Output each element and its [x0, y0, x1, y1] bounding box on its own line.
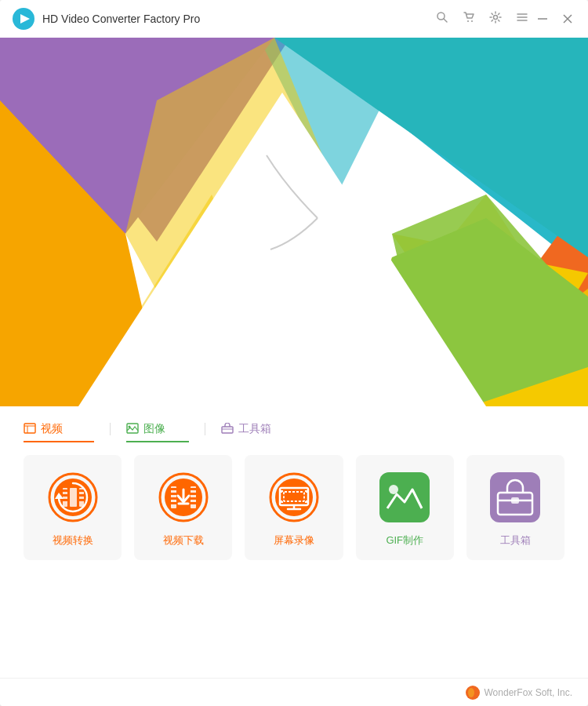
tool-toolbox-label: 工具箱	[500, 533, 531, 548]
app-window: HD Video Converter Factory Pro	[0, 0, 588, 706]
tools-grid: 视频转换	[24, 455, 564, 560]
window-controls	[535, 11, 575, 27]
svg-point-4	[467, 20, 469, 22]
video-tab-icon	[24, 423, 36, 436]
tool-video-download-label: 视频下载	[163, 533, 204, 548]
tool-gif-make-label: GIF制作	[386, 533, 423, 548]
tool-video-download[interactable]: 视频下载	[134, 455, 232, 560]
tab-video-label: 视频	[41, 422, 63, 436]
app-logo	[13, 8, 34, 30]
cart-icon[interactable]	[463, 11, 475, 27]
svg-point-6	[494, 16, 498, 20]
toolbox-icon	[490, 472, 540, 522]
tab-image-label: 图像	[143, 422, 165, 436]
svg-rect-63	[171, 497, 176, 500]
app-title: HD Video Converter Factory Pro	[42, 13, 436, 25]
svg-rect-48	[70, 488, 77, 507]
svg-rect-38	[24, 424, 35, 433]
svg-rect-62	[171, 493, 176, 495]
tool-video-convert-label: 视频转换	[53, 533, 93, 548]
svg-rect-65	[191, 488, 196, 490]
toolbar-icons	[436, 11, 528, 27]
svg-rect-64	[171, 502, 176, 504]
tool-screen-record[interactable]: 屏幕录像	[245, 455, 343, 560]
svg-rect-66	[191, 493, 196, 495]
svg-point-5	[471, 20, 473, 22]
footer-text: WonderFox Soft, Inc.	[485, 687, 573, 698]
tool-video-convert[interactable]: 视频转换	[24, 455, 122, 560]
tab-toolbox[interactable]: 工具箱	[221, 422, 287, 442]
svg-rect-55	[79, 499, 84, 501]
title-bar: HD Video Converter Factory Pro	[0, 0, 588, 38]
svg-point-85	[468, 688, 474, 697]
tab-separator-2	[205, 423, 205, 435]
svg-rect-54	[79, 494, 84, 497]
tab-image[interactable]: 图像	[126, 422, 189, 442]
search-icon[interactable]	[436, 11, 448, 27]
settings-icon[interactable]	[489, 11, 502, 27]
tab-video[interactable]: 视频	[24, 422, 94, 442]
footer: WonderFox Soft, Inc.	[0, 678, 588, 706]
svg-rect-61	[171, 488, 176, 490]
svg-rect-52	[63, 499, 67, 501]
svg-rect-83	[511, 497, 519, 504]
svg-rect-51	[63, 494, 67, 497]
menu-icon[interactable]	[516, 11, 528, 27]
tool-toolbox[interactable]: 工具箱	[466, 455, 564, 560]
video-convert-icon	[48, 472, 98, 522]
close-button[interactable]	[560, 11, 575, 27]
tab-toolbox-label: 工具箱	[238, 422, 271, 436]
svg-rect-50	[63, 489, 67, 492]
svg-point-42	[129, 425, 131, 428]
toolbox-tab-icon	[221, 423, 234, 436]
tool-screen-record-label: 屏幕录像	[274, 533, 314, 548]
tool-gif-make[interactable]: GIF GIF制作	[356, 455, 454, 560]
footer-brand: WonderFox Soft, Inc.	[466, 686, 573, 700]
tabs-row: 视频 图像	[24, 406, 564, 442]
main-content: 视频 图像	[0, 406, 588, 678]
tab-separator-1	[110, 423, 111, 435]
svg-rect-68	[191, 502, 196, 504]
minimize-button[interactable]	[535, 11, 550, 27]
svg-rect-53	[79, 489, 84, 492]
svg-point-78	[389, 485, 398, 494]
video-download-icon	[158, 472, 209, 522]
image-tab-icon	[126, 423, 139, 436]
svg-rect-67	[191, 497, 196, 500]
svg-line-3	[444, 19, 447, 22]
hero-area	[0, 38, 588, 406]
svg-rect-43	[222, 427, 233, 433]
screen-record-icon	[269, 472, 319, 522]
gif-make-icon: GIF	[379, 472, 430, 522]
